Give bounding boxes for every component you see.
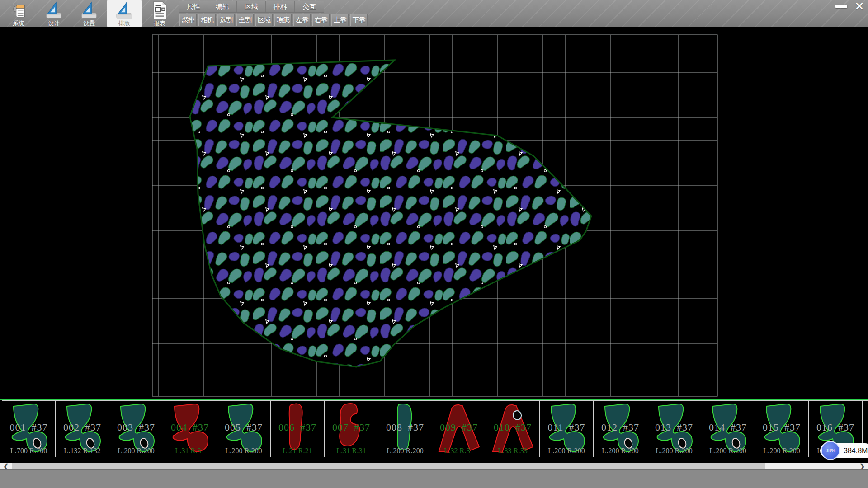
- part-lr-count: L:200 R:200: [701, 447, 755, 455]
- scrollbar-thumb[interactable]: [12, 463, 765, 469]
- nesting-app-window: 系统设计设置排版报表 属性编辑区域排料交互 聚排相机选割全割区域瑕疵左靠右靠上靠…: [0, 0, 868, 488]
- part-lr-count: L:200 R:200: [594, 447, 647, 455]
- part-thumbnail-8[interactable]: 008_#37L:200 R:200: [378, 400, 432, 457]
- gear-doc-icon: [9, 1, 28, 20]
- part-label: 009_#37: [432, 422, 486, 433]
- part-label: 006_#37: [271, 422, 324, 433]
- close-icon: ✕: [854, 0, 864, 12]
- part-label: 017_#37: [863, 422, 868, 433]
- part-lr-count: L:200 R:200: [217, 447, 270, 455]
- tool-bar: 聚排相机选割全割区域瑕疵左靠右靠上靠下靠: [179, 14, 368, 26]
- memory-value: 384.8M: [844, 447, 868, 455]
- part-label: 010_#37: [486, 422, 539, 433]
- part-label: 016_#37: [809, 422, 862, 433]
- part-thumbnail-3[interactable]: 003_#37L:200 R:200: [109, 400, 163, 457]
- part-thumbnail-12[interactable]: 012_#37L:200 R:200: [594, 400, 647, 457]
- part-label: 011_#37: [540, 422, 593, 433]
- tool-button-5[interactable]: 区域: [255, 14, 273, 26]
- part-lr-count: L:200 R:200: [647, 447, 701, 455]
- part-lr-count: L:700 R:700: [2, 447, 55, 455]
- part-thumbnail-13[interactable]: 013_#37L:200 R:200: [647, 400, 701, 457]
- part-lr-count: L:32 R:31: [432, 447, 486, 455]
- tool-button-7[interactable]: 左靠: [293, 14, 311, 26]
- app-tab-label: 设计: [48, 20, 60, 27]
- part-lr-count: L:200 R:200: [755, 447, 808, 455]
- app-tab-label: 系统: [13, 20, 24, 27]
- minimize-button[interactable]: [835, 0, 848, 12]
- part-thumbnail-10[interactable]: 010_#37L:33 R:33: [486, 400, 540, 457]
- part-thumbnail-9[interactable]: 009_#37L:32 R:31: [432, 400, 486, 457]
- toolbar: 系统设计设置排版报表 属性编辑区域排料交互 聚排相机选割全割区域瑕疵左靠右靠上靠…: [0, 0, 868, 27]
- part-thumbnail-7[interactable]: 007_#37L:31 R:31: [325, 400, 378, 457]
- part-lr-count: L:33 R:33: [486, 447, 539, 455]
- nesting-canvas[interactable]: [0, 27, 868, 399]
- part-lr-count: L:200 R:200: [540, 447, 593, 455]
- part-thumbnail-5[interactable]: 005_#37L:200 R:200: [217, 400, 271, 457]
- part-label: 008_#37: [378, 422, 432, 433]
- tool-button-2[interactable]: 相机: [198, 14, 216, 26]
- tool-button-8[interactable]: 右靠: [312, 14, 330, 26]
- part-label: 002_#37: [56, 422, 109, 433]
- part-lr-count: L:31 R:31: [163, 447, 217, 455]
- canvas-drawing: [0, 27, 868, 399]
- part-label: 013_#37: [647, 422, 701, 433]
- minimize-icon: [835, 5, 847, 8]
- part-lr-count: L:21 R:21: [271, 447, 324, 455]
- window-controls: ✕: [835, 0, 866, 13]
- app-tab-label: 报表: [154, 20, 165, 27]
- part-label: 001_#37: [2, 422, 55, 433]
- app-tab-5[interactable]: 报表: [142, 0, 177, 27]
- part-thumbnail-2[interactable]: 002_#37L:132 R:132: [56, 400, 109, 457]
- app-tab-1[interactable]: 系统: [1, 0, 36, 27]
- tool-button-9[interactable]: 上靠: [331, 14, 349, 26]
- report-doc-icon: [150, 1, 169, 20]
- tool-button-10[interactable]: 下靠: [350, 14, 368, 26]
- scroll-left-button[interactable]: ❮: [0, 463, 12, 469]
- status-panel: [0, 469, 868, 488]
- part-label: 012_#37: [594, 422, 647, 433]
- tool-button-6[interactable]: 瑕疵: [274, 14, 292, 26]
- menu-item-4[interactable]: 排料: [266, 1, 295, 12]
- part-thumbnail-14[interactable]: 014_#37L:200 R:200: [701, 400, 755, 457]
- menu-bar: 属性编辑区域排料交互: [179, 1, 324, 13]
- part-lr-count: L:200 R:200: [378, 447, 432, 455]
- part-label: 015_#37: [755, 422, 808, 433]
- part-lr-count: L:200 R:200: [109, 447, 163, 455]
- part-label: 007_#37: [325, 422, 378, 433]
- app-tab-label: 设置: [83, 20, 95, 27]
- part-lr-count: L:31 R:31: [325, 447, 378, 455]
- tool-button-1[interactable]: 聚排: [179, 14, 197, 26]
- part-thumbnail-11[interactable]: 011_#37L:200 R:200: [540, 400, 594, 457]
- tool-button-4[interactable]: 全割: [236, 14, 254, 26]
- triangle-ruler-icon: [80, 1, 99, 20]
- app-tab-2[interactable]: 设计: [36, 0, 71, 27]
- app-tab-bar: 系统设计设置排版报表: [1, 0, 177, 27]
- tool-button-3[interactable]: 选割: [217, 14, 235, 26]
- part-thumbnail-6[interactable]: 006_#37L:21 R:21: [271, 400, 325, 457]
- part-thumbnail-1[interactable]: 001_#37L:700 R:700: [2, 400, 56, 457]
- memory-percent-badge: 38%: [821, 441, 840, 460]
- part-label: 003_#37: [109, 422, 163, 433]
- part-label: 005_#37: [217, 422, 270, 433]
- part-label: 014_#37: [701, 422, 755, 433]
- part-thumbnail-4[interactable]: 004_#37L:31 R:31: [163, 400, 217, 457]
- app-tab-label: 排版: [118, 20, 130, 27]
- triangle-ruler-icon: [115, 1, 134, 20]
- triangle-ruler-icon: [44, 1, 63, 20]
- scroll-right-button[interactable]: ❯: [856, 463, 868, 469]
- strip-gap: [0, 457, 868, 463]
- part-thumbnail-15[interactable]: 015_#37L:200 R:200: [755, 400, 809, 457]
- memory-badge: 38% 384.8M: [820, 443, 868, 458]
- close-button[interactable]: ✕: [853, 0, 866, 12]
- app-tab-4[interactable]: 排版: [107, 0, 142, 27]
- part-label: 004_#37: [163, 422, 217, 433]
- menu-item-2[interactable]: 编辑: [208, 1, 237, 12]
- menu-item-1[interactable]: 属性: [179, 1, 208, 12]
- parts-strip: 001_#37L:700 R:700002_#37L:132 R:132003_…: [0, 400, 868, 457]
- part-lr-count: L:132 R:132: [56, 447, 109, 455]
- menu-item-5[interactable]: 交互: [295, 1, 324, 12]
- app-tab-3[interactable]: 设置: [71, 0, 107, 27]
- menu-item-3[interactable]: 区域: [237, 1, 266, 12]
- horizontal-scrollbar[interactable]: ❮ ❯: [0, 463, 868, 469]
